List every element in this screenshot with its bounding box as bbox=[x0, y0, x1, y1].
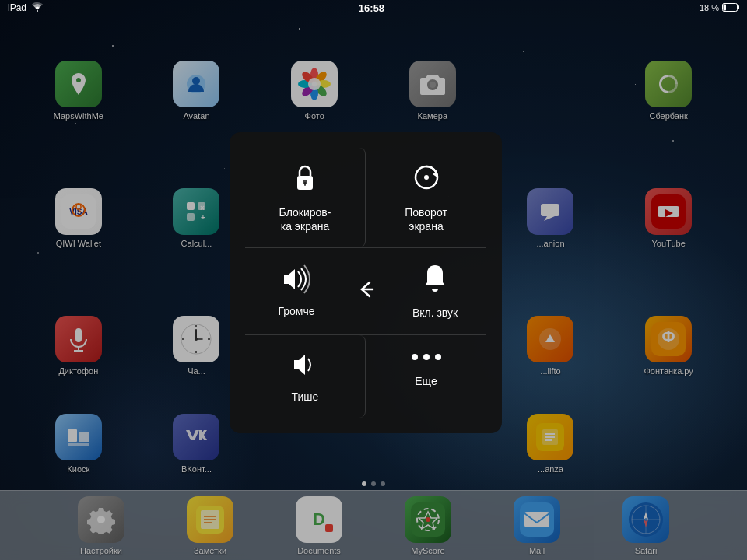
volume-down-icon bbox=[291, 349, 319, 383]
menu-item-sound-on[interactable]: Вкл. звук bbox=[384, 248, 486, 334]
menu-item-lock-screen[interactable]: Блокиров-ка экрана bbox=[245, 148, 366, 247]
lock-screen-icon bbox=[289, 162, 321, 199]
status-right: 18 % bbox=[700, 3, 739, 13]
svg-point-0 bbox=[37, 10, 38, 12]
menu-item-more[interactable]: Еще bbox=[366, 335, 486, 418]
more-label: Еще bbox=[415, 374, 437, 388]
svg-point-86 bbox=[412, 354, 418, 360]
svg-rect-79 bbox=[304, 182, 306, 186]
svg-marker-85 bbox=[294, 355, 305, 375]
svg-point-82 bbox=[424, 175, 429, 180]
menu-item-volume-up[interactable]: Громче bbox=[245, 250, 348, 332]
status-time: 16:58 bbox=[359, 2, 384, 14]
rotate-screen-label: Поворотэкрана bbox=[405, 205, 447, 233]
status-left: iPad bbox=[8, 2, 44, 14]
battery-icon bbox=[722, 3, 739, 13]
svg-marker-83 bbox=[284, 269, 295, 289]
volume-down-label: Тише bbox=[292, 390, 319, 404]
volume-up-icon bbox=[279, 264, 314, 298]
svg-point-88 bbox=[435, 354, 441, 360]
wifi-icon bbox=[31, 2, 44, 14]
sound-on-label: Вкл. звук bbox=[412, 306, 458, 320]
status-bar: iPad 16:58 18 % bbox=[0, 0, 747, 16]
battery-percent: 18 % bbox=[700, 3, 719, 12]
context-menu: Блокиров-ка экрана Поворотэкрана bbox=[230, 132, 502, 433]
more-icon bbox=[409, 349, 444, 368]
menu-item-volume-down[interactable]: Тише bbox=[245, 335, 366, 418]
lock-screen-label: Блокиров-ка экрана bbox=[279, 205, 331, 233]
menu-item-rotate-screen[interactable]: Поворотэкрана bbox=[366, 148, 486, 247]
sound-on-icon bbox=[421, 262, 449, 299]
ipad-label: iPad bbox=[8, 2, 26, 13]
rotate-screen-icon bbox=[411, 162, 442, 199]
volume-up-label: Громче bbox=[278, 304, 314, 318]
svg-rect-2 bbox=[723, 4, 726, 10]
back-arrow-icon bbox=[354, 278, 377, 301]
svg-point-87 bbox=[423, 354, 430, 360]
svg-rect-3 bbox=[738, 5, 739, 9]
